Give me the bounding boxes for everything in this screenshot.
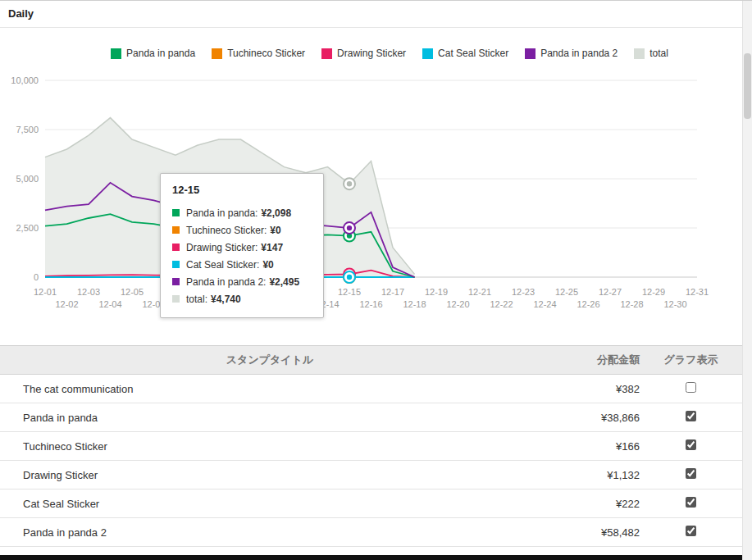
tooltip-item: Tuchineco Sticker:¥0	[172, 221, 312, 239]
tooltip-item-value: ¥147	[261, 242, 283, 253]
legend-label: Drawing Sticker	[337, 48, 406, 59]
legend-swatch-icon	[212, 48, 222, 59]
svg-text:12-04: 12-04	[98, 299, 121, 309]
graph-visibility-checkbox[interactable]	[686, 411, 696, 421]
row-graph-cell	[640, 439, 742, 453]
svg-text:12-27: 12-27	[599, 287, 622, 297]
row-title: The cat communication	[0, 383, 517, 395]
legend-item-panda-in-panda-2[interactable]: Panda in panda 2	[525, 48, 618, 59]
table-row: Cat Seal Sticker¥222	[0, 489, 742, 518]
tooltip-swatch-icon	[172, 261, 180, 268]
svg-text:12-29: 12-29	[642, 287, 665, 297]
svg-text:12-16: 12-16	[359, 299, 382, 309]
tooltip-item-label: Panda in panda:	[186, 207, 258, 219]
legend-label: total	[649, 48, 668, 59]
svg-text:12-05: 12-05	[121, 287, 144, 297]
row-amount: ¥166	[517, 440, 640, 453]
legend-label: Panda in panda 2	[540, 48, 618, 59]
graph-visibility-checkbox[interactable]	[686, 382, 696, 393]
table-row: Tuchineco Sticker¥166	[0, 432, 742, 461]
svg-text:7,500: 7,500	[16, 125, 39, 134]
svg-text:12-25: 12-25	[555, 287, 578, 297]
line-chart[interactable]: 02,5005,0007,50010,00012-0112-0212-0312-…	[0, 28, 742, 345]
tooltip-item-label: total:	[186, 294, 207, 305]
legend-swatch-icon	[321, 48, 332, 59]
svg-text:12-02: 12-02	[55, 299, 78, 309]
table-row: The cat communication¥382	[0, 375, 742, 403]
legend-label: Cat Seal Sticker	[438, 48, 508, 59]
tooltip-item: total:¥4,740	[172, 290, 312, 307]
svg-text:12-31: 12-31	[686, 287, 709, 297]
tooltip-item: Panda in panda:¥2,098	[172, 204, 312, 221]
tooltip-item-label: Drawing Sticker:	[186, 242, 258, 253]
tooltip-swatch-icon	[172, 244, 180, 251]
row-graph-cell	[640, 468, 742, 481]
row-amount: ¥38,866	[517, 412, 640, 424]
tooltip-items: Panda in panda:¥2,098Tuchineco Sticker:¥…	[172, 204, 312, 307]
chart-section: Panda in pandaTuchineco StickerDrawing S…	[0, 28, 742, 345]
svg-text:12-21: 12-21	[468, 287, 491, 297]
page-header: Daily	[0, 1, 752, 28]
page: Daily Panda in pandaTuchineco StickerDra…	[0, 0, 752, 560]
tooltip-title: 12-15	[172, 184, 312, 196]
legend-item-total[interactable]: total	[634, 48, 668, 59]
row-graph-cell	[640, 411, 742, 424]
row-amount: ¥382	[517, 383, 640, 395]
graph-visibility-checkbox[interactable]	[686, 526, 696, 536]
row-amount: ¥1,132	[517, 469, 640, 481]
legend-label: Panda in panda	[126, 48, 195, 59]
chart-legend: Panda in pandaTuchineco StickerDrawing S…	[45, 48, 734, 59]
tooltip-item-value: ¥2,098	[261, 207, 291, 219]
tooltip-item-value: ¥4,740	[211, 294, 241, 305]
bottom-bar	[0, 555, 742, 560]
tooltip-item-label: Tuchineco Sticker:	[186, 225, 267, 236]
svg-text:12-17: 12-17	[381, 287, 404, 297]
legend-item-drawing-sticker[interactable]: Drawing Sticker	[321, 48, 406, 59]
tooltip-item-label: Cat Seal Sticker:	[186, 259, 259, 271]
tooltip-item-label: Panda in panda 2:	[186, 276, 266, 288]
svg-text:5,000: 5,000	[16, 174, 39, 184]
tooltip-swatch-icon	[172, 295, 180, 303]
svg-text:12-03: 12-03	[77, 287, 100, 297]
svg-text:12-20: 12-20	[446, 299, 469, 309]
chart-tooltip: 12-15 Panda in panda:¥2,098Tuchineco Sti…	[160, 173, 324, 318]
row-graph-cell	[640, 382, 742, 395]
graph-visibility-checkbox[interactable]	[686, 439, 696, 450]
table-header: スタンプタイトル 分配金額 グラフ表示	[0, 345, 742, 375]
svg-text:12-22: 12-22	[490, 299, 513, 309]
tooltip-swatch-icon	[172, 209, 180, 216]
table-body: The cat communication¥382Panda in panda¥…	[0, 375, 742, 547]
svg-text:12-28: 12-28	[620, 299, 643, 309]
legend-item-cat-seal-sticker[interactable]: Cat Seal Sticker	[422, 48, 508, 59]
tooltip-item: Drawing Sticker:¥147	[172, 239, 312, 256]
table-row: Drawing Sticker¥1,132	[0, 461, 742, 489]
row-graph-cell	[640, 526, 742, 539]
graph-visibility-checkbox[interactable]	[686, 497, 696, 508]
tooltip-item: Panda in panda 2:¥2,495	[172, 273, 312, 290]
svg-text:12-01: 12-01	[34, 287, 57, 297]
legend-label: Tuchineco Sticker	[227, 48, 305, 59]
scrollbar[interactable]	[742, 1, 752, 560]
svg-text:12-24: 12-24	[533, 299, 556, 309]
row-title: Tuchineco Sticker	[0, 440, 517, 453]
row-title: Panda in panda	[0, 412, 517, 424]
svg-text:12-15: 12-15	[338, 287, 361, 297]
svg-text:12-19: 12-19	[425, 287, 448, 297]
legend-item-tuchineco-sticker[interactable]: Tuchineco Sticker	[212, 48, 305, 59]
svg-text:0: 0	[34, 272, 39, 282]
legend-item-panda-in-panda[interactable]: Panda in panda	[111, 48, 195, 59]
tooltip-item-value: ¥0	[262, 259, 273, 271]
graph-visibility-checkbox[interactable]	[686, 468, 696, 479]
tooltip-item-value: ¥0	[270, 225, 280, 236]
row-title: Cat Seal Sticker	[0, 498, 517, 510]
table-row: Panda in panda¥38,866	[0, 403, 742, 432]
scrollbar-thumb[interactable]	[744, 53, 751, 119]
svg-text:12-30: 12-30	[663, 299, 686, 309]
tooltip-item: Cat Seal Sticker:¥0	[172, 256, 312, 273]
legend-swatch-icon	[111, 48, 121, 59]
legend-swatch-icon	[422, 48, 433, 59]
row-graph-cell	[640, 497, 742, 510]
tooltip-swatch-icon	[172, 226, 180, 234]
table-row: Panda in panda 2¥58,482	[0, 518, 742, 547]
svg-text:12-18: 12-18	[403, 299, 426, 309]
